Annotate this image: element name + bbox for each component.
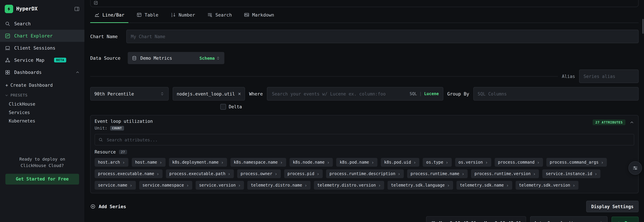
chevron-right-icon: › (572, 183, 575, 188)
attribute-chip[interactable]: telemetry.distro.version› (314, 181, 384, 190)
lucene-toggle[interactable]: Lucene (424, 91, 439, 96)
chart-explorer-icon (5, 33, 10, 39)
markdown-icon (244, 12, 249, 17)
attribute-chip[interactable]: telemetry.sdk.name› (456, 181, 512, 190)
attribute-chip[interactable]: process.runtime.version› (471, 169, 539, 178)
tab-line-bar[interactable]: Line/Bar (94, 7, 124, 23)
attribute-chip[interactable]: host.name› (132, 158, 166, 167)
attribute-chip-label: service.instance.id (546, 171, 592, 176)
sidebar-item-create-dashboard[interactable]: + Create Dashboard (0, 80, 84, 91)
dashboards-icon (5, 69, 10, 75)
sidebar-item-search[interactable]: Search (0, 17, 84, 30)
display-settings-button[interactable]: Display Settings (586, 201, 638, 212)
attribute-chip-label: k8s.pod.uid (384, 160, 411, 165)
main-content: Line/BarTable13NumberSearchMarkdown Char… (85, 0, 644, 222)
sidebar-item-label: Search (14, 21, 31, 26)
attribute-chip-label: os.version (458, 160, 483, 165)
sidebar-item-service-map[interactable]: Service MapBETA (0, 54, 84, 66)
attribute-chip[interactable]: k8s.pod.uid› (381, 158, 420, 167)
sidebar-item-dashboards[interactable]: Dashboards (0, 66, 84, 78)
attribute-chip-label: telemetry.sdk.name (460, 183, 504, 188)
sidebar-item-client-sessions[interactable]: Client Sessions (0, 42, 84, 54)
alias-row: Alias (90, 69, 638, 83)
attribute-chip-label: k8s.namespace.name (234, 160, 278, 165)
attribute-chip[interactable]: k8s.pod.name› (336, 158, 378, 167)
tab-label: Search (216, 12, 232, 17)
delta-checkbox[interactable] (220, 104, 226, 110)
where-input[interactable] (271, 91, 406, 97)
attribute-chip-label: host.arch (98, 160, 120, 165)
scrollbar-thumb[interactable] (642, 19, 644, 34)
attribute-chip-label: service.name (98, 183, 127, 188)
attribute-chip[interactable]: service.version› (196, 181, 244, 190)
data-source-label: Data Source (90, 55, 120, 61)
attribute-search-input[interactable] (106, 137, 630, 143)
actions-row: Add Series Display Settings (90, 201, 638, 212)
attribute-chip[interactable]: os.version› (455, 158, 491, 167)
attribute-chips: host.arch›host.name›k8s.deployment.name›… (94, 158, 634, 190)
attribute-chip[interactable]: service.instance.id› (542, 169, 600, 178)
search-icon (5, 21, 10, 26)
floating-filter-button[interactable] (628, 161, 642, 175)
alias-input[interactable] (579, 69, 638, 83)
attribute-chip[interactable]: process.owner› (237, 169, 281, 178)
add-series-button[interactable]: Add Series (90, 204, 126, 209)
beta-badge: BETA (54, 58, 66, 62)
sidebar-header: HyperDX (0, 0, 84, 17)
collapse-attributes-icon[interactable] (630, 120, 634, 125)
tab-number[interactable]: 13Number (170, 7, 195, 23)
presets-header[interactable]: PRESETS (0, 91, 84, 100)
chevron-down-icon (5, 93, 8, 97)
data-source-select[interactable]: Demo Metrics Schema (128, 52, 224, 64)
presets-list: ClickHouseServicesKubernetes (0, 100, 84, 125)
attribute-chip[interactable]: service.namespace› (139, 181, 192, 190)
attribute-chip[interactable]: process.command› (495, 158, 543, 167)
schema-button[interactable]: Schema (200, 55, 220, 61)
attribute-chip[interactable]: process.executable.name› (94, 169, 162, 178)
language-separator: | (419, 91, 422, 96)
preset-kubernetes[interactable]: Kubernetes (0, 117, 84, 125)
attribute-chip[interactable]: os.type› (423, 158, 452, 167)
chevron-right-icon: › (462, 172, 464, 176)
series-row: 90th Percentile nodejs.event_loop.util ×… (90, 87, 638, 101)
tab-label: Table (144, 12, 158, 17)
attribute-chip[interactable]: telemetry.distro.name› (248, 181, 310, 190)
attribute-chip[interactable]: process.runtime.description› (326, 169, 404, 178)
attribute-chip[interactable]: process.runtime.name› (407, 169, 468, 178)
get-started-button[interactable]: Get Started for Free (6, 174, 79, 184)
aggregation-select[interactable]: 90th Percentile (90, 87, 168, 101)
tab-markdown[interactable]: Markdown (244, 7, 274, 23)
attribute-chip-label: process.command (498, 160, 535, 165)
date-range-picker[interactable]: Mar 2 12:47:01 - Mar 2 13:47:01 (426, 216, 526, 222)
attribute-chip[interactable]: telemetry.sdk.version› (516, 181, 578, 190)
alias-label: Alias (562, 74, 575, 79)
chevron-right-icon: › (275, 172, 278, 176)
preset-clickhouse[interactable]: ClickHouse (0, 100, 84, 108)
sliders-icon (632, 165, 638, 171)
attribute-chip[interactable]: k8s.deployment.name› (169, 158, 227, 167)
attribute-chip[interactable]: process.command_args› (546, 158, 607, 167)
sidebar-item-label: Dashboards (14, 69, 42, 75)
attribute-chip[interactable]: process.executable.path› (166, 169, 234, 178)
preset-services[interactable]: Services (0, 108, 84, 117)
attribute-chip[interactable]: k8s.node.name› (290, 158, 333, 167)
sidebar-item-chart-explorer[interactable]: Chart Explorer (0, 30, 84, 42)
tab-table[interactable]: Table (136, 7, 158, 23)
close-icon[interactable]: × (238, 91, 241, 96)
sidebar-collapse-icon[interactable] (74, 6, 80, 12)
attribute-chip[interactable]: host.arch› (94, 158, 128, 167)
client-sessions-icon (5, 45, 10, 51)
sql-toggle[interactable]: SQL (410, 91, 417, 96)
run-button[interactable]: Run (612, 217, 638, 222)
hyperdx-logo[interactable]: HyperDX (5, 4, 38, 13)
chart-name-input[interactable] (126, 30, 638, 43)
attribute-chip[interactable]: process.pid› (284, 169, 323, 178)
chevron-right-icon: › (594, 172, 597, 176)
group-by-input[interactable] (473, 87, 638, 101)
attribute-chip[interactable]: telemetry.sdk.language› (388, 181, 453, 190)
attribute-chip[interactable]: service.name› (94, 181, 136, 190)
attribute-chip[interactable]: k8s.namespace.name› (230, 158, 286, 167)
metric-chip[interactable]: nodejs.event_loop.util × (173, 87, 245, 101)
granularity-select[interactable]: Auto Granularity (530, 216, 607, 222)
tab-search[interactable]: Search (207, 7, 232, 23)
